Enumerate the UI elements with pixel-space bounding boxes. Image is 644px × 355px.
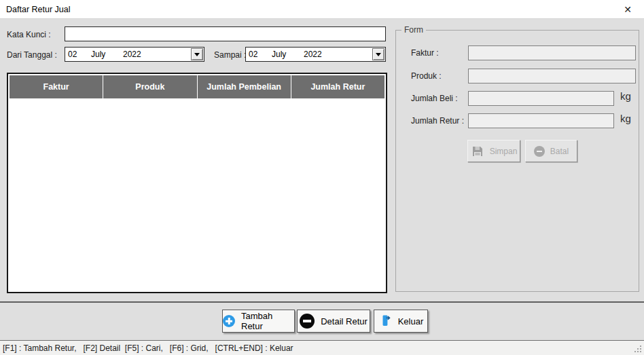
detail-retur-label: Detail Retur <box>321 316 368 326</box>
resize-grip[interactable] <box>634 345 643 354</box>
produk-input[interactable] <box>468 69 636 83</box>
cancel-circle-icon <box>534 146 545 157</box>
tambah-retur-label: Tambah Retur <box>241 311 294 331</box>
column-header-produk[interactable]: Produk <box>103 75 197 98</box>
column-header-jumlah-pembelian[interactable]: Jumlah Pembelian <box>198 75 291 98</box>
from-date-day: 02 <box>68 50 91 59</box>
exit-door-icon <box>378 314 392 328</box>
from-date-month: July <box>91 50 123 59</box>
simpan-button-label: Simpan <box>490 147 518 156</box>
shortcut-hints-text: [F1] : Tambah Retur, [F2] Detail [F5] : … <box>0 343 293 353</box>
chevron-down-icon <box>194 53 200 56</box>
keluar-button[interactable]: Keluar <box>374 310 428 333</box>
faktur-label: Faktur : <box>411 48 439 58</box>
form-groupbox-legend: Form <box>401 25 426 35</box>
status-bar: [F1] : Tambah Retur, [F2] Detail [F5] : … <box>0 341 644 355</box>
jumlah-retur-label: Jumlah Retur : <box>411 116 464 126</box>
from-date-picker[interactable]: 02 July 2022 <box>65 47 204 62</box>
batal-button-label: Batal <box>550 147 569 156</box>
plus-circle-icon <box>223 315 235 327</box>
jumlah-beli-unit: kg <box>620 90 631 102</box>
keluar-label: Keluar <box>398 316 424 326</box>
simpan-button[interactable]: Simpan <box>467 140 520 162</box>
batal-button[interactable]: Batal <box>525 140 577 162</box>
from-date-year: 2022 <box>123 50 164 59</box>
faktur-input[interactable] <box>468 45 636 60</box>
jumlah-beli-input[interactable] <box>468 91 614 106</box>
chevron-down-icon <box>376 53 381 56</box>
to-date-dropdown-button[interactable] <box>372 48 384 60</box>
content-area: Kata Kunci : Dari Tanggal : 02 July 2022… <box>0 19 644 301</box>
detail-retur-button[interactable]: Detail Retur <box>297 310 370 333</box>
to-date-month: July <box>272 50 304 59</box>
jumlah-retur-unit: kg <box>620 113 631 124</box>
from-date-dropdown-button[interactable] <box>191 48 203 60</box>
from-date-label: Dari Tanggal : <box>7 50 57 60</box>
column-header-jumlah-retur[interactable]: Jumlah Retur <box>291 75 384 98</box>
app-window: Daftar Retur Jual ✕ Kata Kunci : Dari Ta… <box>0 0 644 355</box>
to-date-year: 2022 <box>304 50 344 59</box>
floppy-disk-icon <box>471 145 484 158</box>
form-groupbox: Form Faktur : Produk : Jumlah Beli : kg … <box>395 30 639 292</box>
keyword-input[interactable] <box>65 26 386 41</box>
tambah-retur-button[interactable]: Tambah Retur <box>222 310 295 333</box>
produk-label: Produk : <box>411 71 442 81</box>
jumlah-beli-label: Jumlah Beli : <box>411 94 458 103</box>
table-header-row: Faktur Produk Jumlah Pembelian Jumlah Re… <box>10 75 384 98</box>
action-bar: Tambah Retur Detail Retur Keluar <box>0 303 644 340</box>
window-title: Daftar Retur Jual <box>0 5 70 14</box>
title-bar: Daftar Retur Jual ✕ <box>0 0 644 19</box>
to-date-day: 02 <box>249 50 272 59</box>
column-header-faktur[interactable]: Faktur <box>10 75 103 98</box>
minus-circle-icon <box>300 314 315 329</box>
retur-table[interactable]: Faktur Produk Jumlah Pembelian Jumlah Re… <box>7 73 387 293</box>
keyword-label: Kata Kunci : <box>7 30 51 39</box>
to-date-label: Sampai : <box>214 50 246 60</box>
table-body[interactable] <box>10 98 384 291</box>
jumlah-retur-input[interactable] <box>468 113 614 128</box>
close-icon[interactable]: ✕ <box>617 0 639 18</box>
to-date-picker[interactable]: 02 July 2022 <box>245 47 386 62</box>
